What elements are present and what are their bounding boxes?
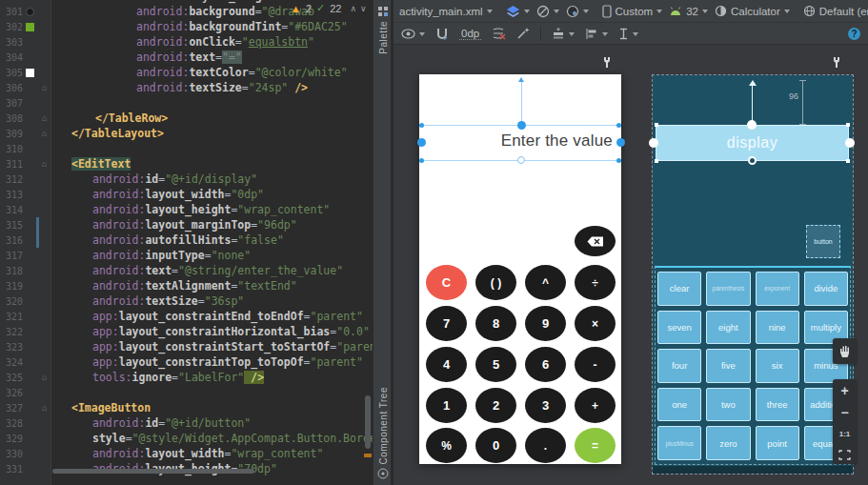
zoom-to-fit-icon[interactable] [838,450,851,460]
theme-selector[interactable]: Calculator [715,5,790,17]
calc-key[interactable]: 1 [426,388,467,423]
blueprint-button-zero[interactable]: zero [706,426,750,460]
blueprint-button-nine[interactable]: nine [756,311,799,345]
error-stripe-mark[interactable] [364,454,372,457]
code-line[interactable]: 309⌂</TableLayout> [0,126,373,141]
palette-tab[interactable]: Palette [373,6,393,54]
color-preview-chip[interactable] [26,23,34,31]
selection-handle[interactable] [655,123,658,127]
blueprint-button-parenthesis[interactable]: parenthesis [706,272,750,306]
device-selector[interactable]: Custom [602,5,663,18]
calc-key[interactable]: 4 [426,347,467,382]
blueprint-button-three[interactable]: three [756,388,799,422]
selection-handle[interactable] [846,123,850,127]
prev-next-error-icons[interactable]: ∧∨ [350,4,370,13]
code-line[interactable]: 310 [0,141,373,156]
code-line[interactable]: 318android:text="@string/enter_the_value… [0,263,373,278]
code-text[interactable]: android:text="@string/enter_the_value" [52,263,343,278]
baseline-handle[interactable] [517,156,525,164]
api-selector[interactable]: 32 [669,6,708,17]
code-line[interactable]: 306⌂android:textSize="24sp" /> [0,80,373,95]
code-line[interactable]: 322app:layout_constraintHorizontal_bias=… [0,324,373,339]
default-margins-selector[interactable]: 0dp [459,28,481,40]
calc-key[interactable]: 3 [525,388,566,423]
calc-key[interactable]: ÷ [575,265,616,300]
code-text[interactable]: android:textSize="36sp" [52,293,244,309]
code-line[interactable]: 307 [0,95,373,111]
code-line[interactable]: 302android:backgroundTint="#6DAC25" [0,19,373,34]
code-line[interactable]: 327⌂<ImageButton [0,400,373,415]
design-surface-selector[interactable] [506,5,530,18]
selection-handle[interactable] [616,123,621,128]
calc-key[interactable]: + [575,388,616,423]
code-line[interactable]: 305android:textColor="@color/white" [0,65,373,80]
zoom-in-button[interactable]: + [840,384,848,397]
autoconnect-toggle[interactable] [435,27,449,40]
code-line[interactable]: 319android:textAlignment="textEnd" [0,278,373,293]
blueprint-button-two[interactable]: two [706,388,750,422]
code-text[interactable]: android:inputType="none" [52,248,251,263]
pan-button[interactable] [833,338,857,364]
locale-selector[interactable]: Default (en-us) [803,5,868,17]
code-text[interactable]: android:layout_height="wrap_content" [52,202,330,217]
code-line[interactable]: 308⌂</TableRow> [0,111,373,126]
color-preview-chip[interactable] [26,69,34,77]
design-view-screen[interactable]: Enter the value C( )^÷789×456-123+%0.= [419,74,621,464]
calc-key[interactable]: 7 [426,306,467,341]
calc-key[interactable]: 9 [525,306,566,341]
calc-key[interactable]: 8 [475,306,516,341]
fold-marker-icon[interactable]: ⌂ [42,82,47,93]
code-line[interactable]: 313android:layout_width="0dp" [0,187,373,202]
selection-handle[interactable] [616,158,621,163]
code-text[interactable]: android:autofillHints="false" [52,232,284,248]
code-line[interactable]: 328android:id="@+id/button" [0,415,373,431]
selection-handle[interactable] [616,138,625,147]
code-line[interactable]: 317android:inputType="none" [0,248,373,263]
code-line[interactable]: 320android:textSize="36sp" [0,293,373,309]
code-text[interactable]: app:layout_constraintStart_toStartOf="pa… [52,339,373,354]
code-text[interactable]: </TableLayout> [52,126,164,141]
blueprint-button-six[interactable]: six [756,349,799,383]
selection-handle[interactable] [747,120,757,130]
fold-marker-icon[interactable]: ⌂ [42,112,47,124]
calc-key[interactable]: - [575,347,616,382]
blueprint-button-exponent[interactable]: exponent [756,272,799,306]
code-text[interactable]: </TableRow> [52,111,168,126]
code-text[interactable]: android:onClick="equalsbtn" [52,34,314,50]
calc-key[interactable]: ^ [525,265,566,300]
calc-key[interactable]: 0 [475,428,516,463]
backspace-key[interactable] [575,226,616,256]
code-text[interactable]: <ImageButton [52,400,151,415]
code-line[interactable]: 315android:layout_marginTop="96dp" [0,217,373,232]
selection-handle[interactable] [845,138,855,148]
calc-key[interactable]: % [426,428,467,463]
design-canvas[interactable]: Enter the value C( )^÷789×456-123+%0.= 9… [394,45,868,485]
code-text[interactable]: <EditText [52,156,131,172]
code-line[interactable]: 323app:layout_constraintStart_toStartOf=… [0,339,373,354]
code-text[interactable]: android:textColor="@color/white" [52,65,348,80]
code-line[interactable]: 329style="@style/Widget.AppCompat.Button… [0,431,373,446]
code-text[interactable]: android:id="@+id/display" [52,172,257,187]
code-text[interactable]: android:background="@drawab [52,4,314,19]
view-options-button[interactable] [401,29,425,39]
code-text[interactable]: android:layout_width="0dp" [52,187,264,202]
code-line[interactable]: 304android:text="=" [0,50,373,65]
blueprint-button-plusMinus[interactable]: plusMinus [657,426,701,460]
blueprint-button-four[interactable]: four [657,349,701,383]
zoom-reset-button[interactable]: 1:1 [839,428,851,441]
code-line[interactable]: 326 [0,385,373,400]
code-line[interactable]: 311⌂<EditText [0,156,373,172]
selection-handle[interactable] [649,138,658,148]
fold-marker-icon[interactable]: ⌂ [42,372,47,383]
calc-key[interactable]: = [575,428,616,463]
blueprint-button-seven[interactable]: seven [657,311,701,345]
blueprint-button-divide[interactable]: divide [804,272,848,306]
code-text[interactable]: android:layout_marginTop="96dp" [52,217,297,232]
calc-key[interactable]: 6 [525,347,566,382]
clear-constraints-button[interactable] [492,27,506,40]
code-lines[interactable]: android:layout_weight="1"301android:back… [0,0,373,476]
guidelines-button[interactable] [618,28,638,40]
selection-handle[interactable] [655,159,658,163]
code-line[interactable]: 321app:layout_constraintEnd_toEndOf="par… [0,309,373,324]
blueprint-button-point[interactable]: point [756,426,799,460]
